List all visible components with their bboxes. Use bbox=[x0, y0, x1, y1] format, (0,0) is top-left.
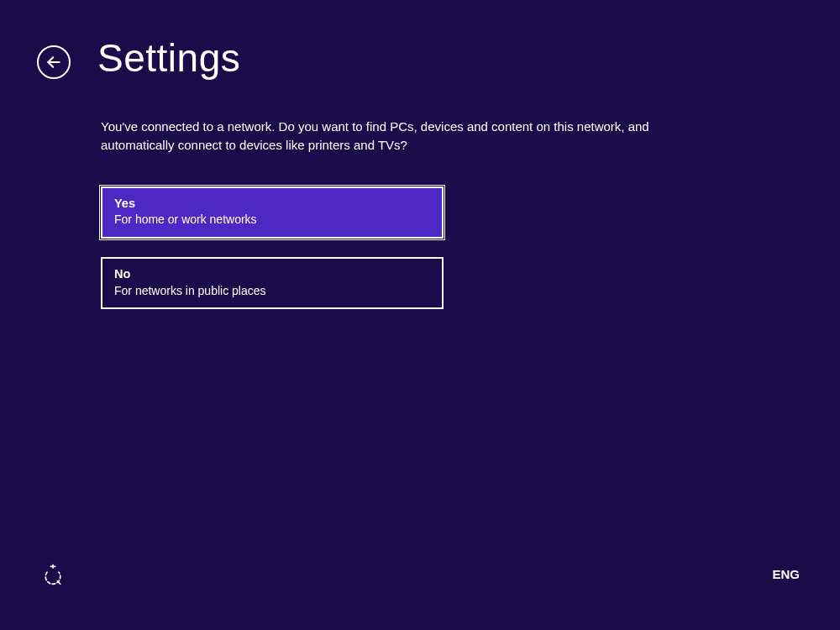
accessibility-button[interactable] bbox=[40, 561, 66, 586]
language-indicator[interactable]: ENG bbox=[772, 567, 800, 581]
option-title: Yes bbox=[114, 196, 430, 212]
content: You've connected to a network. Do you wa… bbox=[0, 81, 840, 309]
header: Settings bbox=[0, 0, 840, 81]
back-arrow-icon bbox=[45, 54, 62, 71]
accessibility-icon bbox=[41, 562, 65, 585]
prompt-text: You've connected to a network. Do you wa… bbox=[101, 118, 722, 155]
options-group: Yes For home or work networks No For net… bbox=[101, 186, 790, 310]
back-button[interactable] bbox=[37, 45, 71, 79]
no-button[interactable]: No For networks in public places bbox=[101, 257, 444, 309]
page-title: Settings bbox=[97, 35, 240, 81]
option-title: No bbox=[114, 266, 430, 282]
yes-button[interactable]: Yes For home or work networks bbox=[101, 186, 444, 239]
option-subtitle: For home or work networks bbox=[114, 212, 430, 228]
footer: ENG bbox=[0, 561, 840, 586]
option-subtitle: For networks in public places bbox=[114, 283, 430, 300]
